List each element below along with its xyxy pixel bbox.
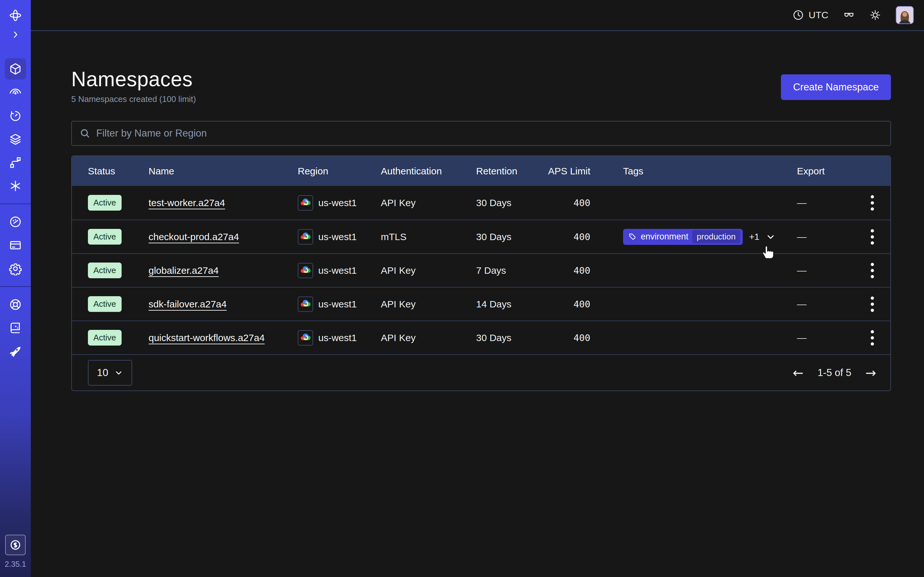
sidebar-item-deployments[interactable]: [5, 152, 26, 173]
col-authentication: Authentication: [381, 166, 476, 177]
row-menu-button[interactable]: [862, 227, 883, 247]
create-namespace-button[interactable]: Create Namespace: [781, 74, 891, 100]
col-aps-limit: APS Limit: [540, 166, 590, 177]
aps-limit-value: 400: [540, 265, 590, 276]
table-row: Active test-worker.a27a4 us-west1 API Ke…: [72, 186, 890, 219]
sidebar-item-schedules[interactable]: [5, 105, 26, 126]
auth-method: API Key: [381, 332, 476, 343]
next-page-button[interactable]: →: [865, 366, 876, 379]
branch-icon: [9, 156, 22, 169]
chevron-down-icon: [114, 368, 123, 377]
sidebar-divider: [0, 286, 31, 287]
rocket-icon: [9, 345, 22, 358]
timer-icon: [9, 109, 22, 122]
sidebar-item-stack[interactable]: [5, 129, 26, 150]
gcp-cloud-icon: [300, 198, 310, 208]
card-icon: [9, 239, 22, 252]
sidebar-nav-help: [5, 294, 26, 362]
table-footer: 10 ← 1-5 of 5 →: [72, 354, 890, 390]
namespaces-table: Status Name Region Authentication Retent…: [71, 155, 891, 391]
row-menu-button[interactable]: [862, 193, 883, 213]
filter-input[interactable]: [96, 127, 883, 139]
aps-limit-value: 400: [540, 197, 590, 208]
app-version: 2.35.1: [5, 560, 26, 569]
prev-page-button[interactable]: ←: [793, 366, 804, 379]
sidebar-item-settings[interactable]: [5, 258, 26, 279]
user-avatar[interactable]: [896, 6, 914, 24]
export-value: —: [797, 197, 862, 208]
temporal-logo-icon[interactable]: [5, 6, 26, 24]
table-row: Active sdk-failover.a27a4 us-west1 API K…: [72, 287, 890, 321]
namespace-link[interactable]: checkout-prod.a27a4: [149, 231, 239, 242]
col-name: Name: [149, 166, 298, 177]
tag-pill[interactable]: environment production: [623, 229, 743, 245]
namespace-link[interactable]: globalizer.a27a4: [149, 265, 219, 276]
clock-icon: [792, 9, 804, 21]
page-size-value: 10: [97, 367, 108, 379]
namespace-link[interactable]: sdk-failover.a27a4: [149, 299, 227, 309]
status-badge: Active: [88, 296, 121, 312]
row-menu-button[interactable]: [862, 294, 883, 314]
gcp-cloud-icon: [300, 232, 310, 242]
table-header: Status Name Region Authentication Retent…: [72, 156, 890, 186]
status-badge: Active: [88, 195, 121, 211]
upgrade-plan-button[interactable]: [5, 535, 26, 555]
chevron-down-icon[interactable]: [766, 232, 775, 242]
export-value: —: [797, 265, 862, 276]
sun-icon[interactable]: [869, 9, 881, 21]
status-badge: Active: [88, 263, 121, 278]
retention-value: 14 Days: [476, 299, 540, 309]
gcp-cloud-icon: [300, 266, 310, 276]
retention-value: 7 Days: [476, 265, 540, 276]
namespace-link[interactable]: test-worker.a27a4: [149, 197, 225, 208]
sidebar-item-support[interactable]: [5, 294, 26, 315]
col-tags: Tags: [590, 166, 797, 177]
col-retention: Retention: [476, 166, 540, 177]
gauge-icon: [9, 215, 22, 229]
retention-value: 30 Days: [476, 332, 540, 343]
sidebar-item-getting-started[interactable]: [5, 341, 26, 362]
row-menu-button[interactable]: [862, 260, 883, 281]
sidebar-item-nexus[interactable]: [5, 175, 26, 197]
namespace-link[interactable]: quickstart-workflows.a27a4: [149, 332, 265, 343]
cube-icon: [9, 62, 22, 76]
sidebar-item-usage[interactable]: [5, 211, 26, 232]
dollar-badge-icon: [9, 538, 22, 551]
glasses-icon[interactable]: [843, 9, 855, 21]
aps-limit-value: 400: [540, 231, 590, 242]
region-label: us-west1: [318, 332, 357, 343]
gear-icon: [9, 262, 22, 276]
timezone-label: UTC: [809, 10, 829, 21]
namespace-count: 5 Namespaces created (100 limit): [71, 94, 196, 104]
sidebar-item-billing[interactable]: [5, 235, 26, 256]
retention-value: 30 Days: [476, 197, 540, 208]
sidebar-item-docs[interactable]: [5, 318, 26, 338]
sidebar-expand-button[interactable]: [5, 27, 26, 42]
lifebuoy-icon: [9, 298, 22, 311]
page-size-select[interactable]: 10: [88, 360, 132, 386]
region-label: us-west1: [318, 231, 357, 242]
gcp-cloud-icon: [300, 333, 310, 343]
sidebar-item-namespaces[interactable]: [5, 58, 26, 79]
sidebar-divider: [0, 203, 31, 204]
page-header: Namespaces 5 Namespaces created (100 lim…: [71, 67, 891, 104]
table-row: Active quickstart-workflows.a27a4 us-wes…: [72, 321, 890, 354]
aps-limit-value: 400: [540, 299, 590, 309]
tag-icon: [628, 232, 637, 241]
sidebar-item-monitor[interactable]: [5, 82, 26, 103]
topbar: UTC: [31, 0, 924, 31]
auth-method: API Key: [381, 197, 476, 208]
status-badge: Active: [88, 229, 121, 245]
export-value: —: [797, 332, 862, 343]
main-content: Namespaces 5 Namespaces created (100 lim…: [31, 32, 924, 391]
table-row: Active checkout-prod.a27a4 us-west1 mTLS…: [72, 219, 890, 253]
row-menu-button[interactable]: [862, 327, 883, 348]
col-export: Export: [797, 166, 862, 177]
timezone-selector[interactable]: UTC: [792, 9, 829, 21]
region-label: us-west1: [318, 265, 357, 276]
tag-value: production: [692, 230, 740, 243]
sidebar: 2.35.1: [0, 0, 31, 577]
gcp-cloud-icon: [300, 299, 310, 309]
export-value: —: [797, 231, 862, 242]
page-title: Namespaces: [71, 67, 196, 91]
